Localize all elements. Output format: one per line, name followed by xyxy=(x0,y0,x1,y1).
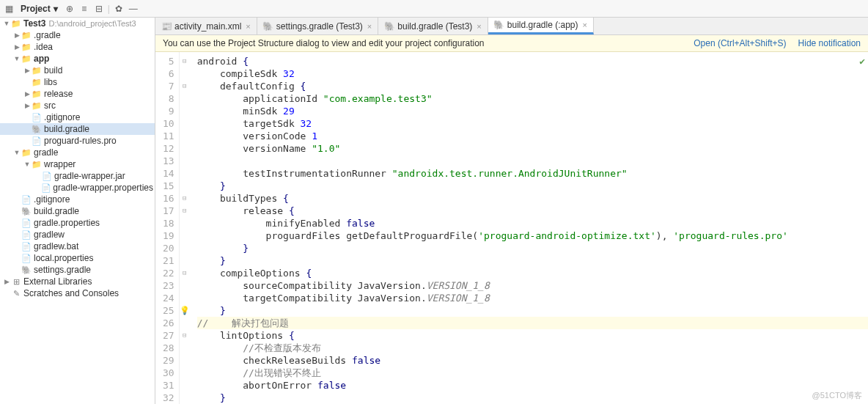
editor-tab[interactable]: 📰activity_main.xml× xyxy=(155,18,257,34)
code-line[interactable]: buildTypes { xyxy=(197,192,868,205)
code-line[interactable]: defaultConfig { xyxy=(197,80,868,92)
tree-item[interactable]: 📄gradle.properties xyxy=(0,217,155,229)
code-line[interactable]: compileOptions { xyxy=(197,267,868,279)
code-line[interactable]: android { xyxy=(197,55,868,67)
tree-item[interactable]: ▶📁src xyxy=(0,100,155,111)
tree-arrow-icon[interactable]: ▼ xyxy=(3,20,10,27)
folder-icon: 📁 xyxy=(21,30,32,40)
tree-item[interactable]: 📄gradle-wrapper.properties xyxy=(0,182,155,194)
fold-gutter: ⊟⊟⊟⊟⊟💡⊟ xyxy=(180,52,190,404)
editor-tab[interactable]: 🐘build.gradle (:app)× xyxy=(488,18,594,34)
code-line[interactable]: //出现错误不终止 xyxy=(197,367,868,379)
settings-icon[interactable]: ✿ xyxy=(113,3,125,15)
code-line[interactable] xyxy=(197,155,868,167)
collapse-icon[interactable]: ⊟ xyxy=(93,3,105,15)
tree-arrow-icon[interactable]: ▶ xyxy=(13,32,21,39)
code-line[interactable]: } xyxy=(197,392,868,404)
watermark: @51CTO博客 xyxy=(812,390,862,401)
code-line[interactable]: // 解决打包问题 xyxy=(197,317,868,329)
code-line[interactable]: targetCompatibility JavaVersion.VERSION_… xyxy=(197,292,868,304)
code-line[interactable]: targetSdk 32 xyxy=(197,117,868,130)
code-line[interactable]: } xyxy=(197,242,868,254)
tree-item[interactable]: 📄.gitignore xyxy=(0,194,155,205)
select-opened-icon[interactable]: ⊕ xyxy=(64,3,76,15)
code-line[interactable]: compileSdk 32 xyxy=(197,67,868,80)
tree-item-label: Scratches and Consoles xyxy=(23,288,119,298)
code-line[interactable]: release { xyxy=(197,205,868,217)
fold-marker[interactable]: ⊟ xyxy=(180,55,190,67)
tab-label: build.gradle (Test3) xyxy=(397,21,472,32)
line-number: 29 xyxy=(163,354,174,367)
tree-arrow-icon[interactable]: ▶ xyxy=(13,43,21,51)
code-line[interactable]: } xyxy=(197,254,868,267)
code-editor[interactable]: ✔ 56789101112131415161718192021222324252… xyxy=(155,52,868,404)
tree-arrow-icon[interactable]: ▶ xyxy=(23,67,31,74)
fold-marker[interactable]: ⊟ xyxy=(180,205,190,217)
tree-item[interactable]: 📄gradlew xyxy=(0,229,155,240)
fold-marker[interactable]: ⊟ xyxy=(180,192,190,205)
code-line[interactable]: versionCode 1 xyxy=(197,130,868,142)
tree-item[interactable]: 📄proguard-rules.pro xyxy=(0,135,155,147)
expand-icon[interactable]: ≡ xyxy=(78,3,90,15)
close-icon[interactable]: × xyxy=(246,22,250,31)
tree-item[interactable]: ▶📁release xyxy=(0,88,155,100)
code-line[interactable]: checkReleaseBuilds false xyxy=(197,354,868,367)
intention-bulb-icon[interactable]: 💡 xyxy=(180,304,190,317)
fold-marker[interactable]: ⊟ xyxy=(180,80,190,92)
line-number: 32 xyxy=(163,392,174,404)
editor-tabs: 📰activity_main.xml×🐘settings.gradle (Tes… xyxy=(155,18,868,35)
analysis-ok-icon[interactable]: ✔ xyxy=(859,55,865,67)
banner-hide-link[interactable]: Hide notification xyxy=(798,38,861,48)
close-icon[interactable]: × xyxy=(367,22,372,31)
tree-arrow-icon[interactable]: ▼ xyxy=(13,55,21,62)
code-line[interactable]: applicationId "com.example.test3" xyxy=(197,92,868,105)
gradle-icon: 🐘 xyxy=(494,20,504,30)
code-line[interactable]: lintOptions { xyxy=(197,329,868,342)
fold-marker xyxy=(180,379,190,392)
fold-marker[interactable]: ⊟ xyxy=(180,329,190,342)
hide-icon[interactable]: — xyxy=(128,3,139,15)
tree-arrow-icon[interactable]: ▶ xyxy=(23,102,31,109)
tree-item[interactable]: 🐘settings.gradle xyxy=(0,264,155,276)
code-line[interactable]: //不检查版本发布 xyxy=(197,342,868,354)
tree-item[interactable]: 📁libs xyxy=(0,76,155,88)
code-line[interactable]: minifyEnabled false xyxy=(197,217,868,229)
code-line[interactable]: } xyxy=(197,180,868,192)
tree-item[interactable]: ▶📁build xyxy=(0,65,155,76)
tree-item[interactable]: 🐘build.gradle xyxy=(0,123,155,135)
close-icon[interactable]: × xyxy=(583,21,587,29)
line-number: 21 xyxy=(163,254,174,267)
project-view-icon[interactable]: ▦ xyxy=(3,3,15,15)
tree-arrow-icon[interactable]: ▼ xyxy=(23,161,31,168)
tree-item[interactable]: ▼📁gradle xyxy=(0,147,155,158)
editor-tab[interactable]: 🐘settings.gradle (Test3)× xyxy=(257,18,379,34)
tree-item[interactable]: 📄gradle-wrapper.jar xyxy=(0,170,155,182)
tree-item[interactable]: ▶⊞External Libraries xyxy=(0,276,155,287)
tree-item[interactable]: 📄.gitignore xyxy=(0,111,155,123)
code-line[interactable]: sourceCompatibility JavaVersion.VERSION_… xyxy=(197,279,868,292)
line-number: 28 xyxy=(163,342,174,354)
code-line[interactable]: } xyxy=(197,304,868,317)
close-icon[interactable]: × xyxy=(477,22,481,31)
editor-tab[interactable]: 🐘build.gradle (Test3)× xyxy=(378,18,488,34)
tree-item[interactable]: ▼📁wrapper xyxy=(0,158,155,170)
code-line[interactable]: proguardFiles getDefaultProguardFile('pr… xyxy=(197,229,868,242)
tree-arrow-icon[interactable]: ▶ xyxy=(3,278,10,285)
tree-item[interactable]: ▼📁Test3D:\android_project\Test3 xyxy=(0,18,155,29)
tree-arrow-icon[interactable]: ▼ xyxy=(13,149,21,156)
tree-item[interactable]: ✎Scratches and Consoles xyxy=(0,287,155,299)
tree-item[interactable]: 📄gradlew.bat xyxy=(0,240,155,252)
code-line[interactable]: abortOnError false xyxy=(197,379,868,392)
code-line[interactable]: versionName "1.0" xyxy=(197,142,868,155)
tree-item[interactable]: ▼📁app xyxy=(0,53,155,65)
fold-marker[interactable]: ⊟ xyxy=(180,267,190,279)
toolbar-title[interactable]: Project ▾ xyxy=(18,4,61,14)
tree-item[interactable]: 🐘build.gradle xyxy=(0,205,155,217)
tree-item[interactable]: ▶📁.idea xyxy=(0,41,155,53)
tree-arrow-icon[interactable]: ▶ xyxy=(23,90,31,98)
banner-open-link[interactable]: Open (Ctrl+Alt+Shift+S) xyxy=(694,38,786,48)
code-line[interactable]: minSdk 29 xyxy=(197,105,868,117)
tree-item[interactable]: 📄local.properties xyxy=(0,252,155,264)
tree-item[interactable]: ▶📁.gradle xyxy=(0,29,155,41)
code-line[interactable]: testInstrumentationRunner "androidx.test… xyxy=(197,167,868,180)
